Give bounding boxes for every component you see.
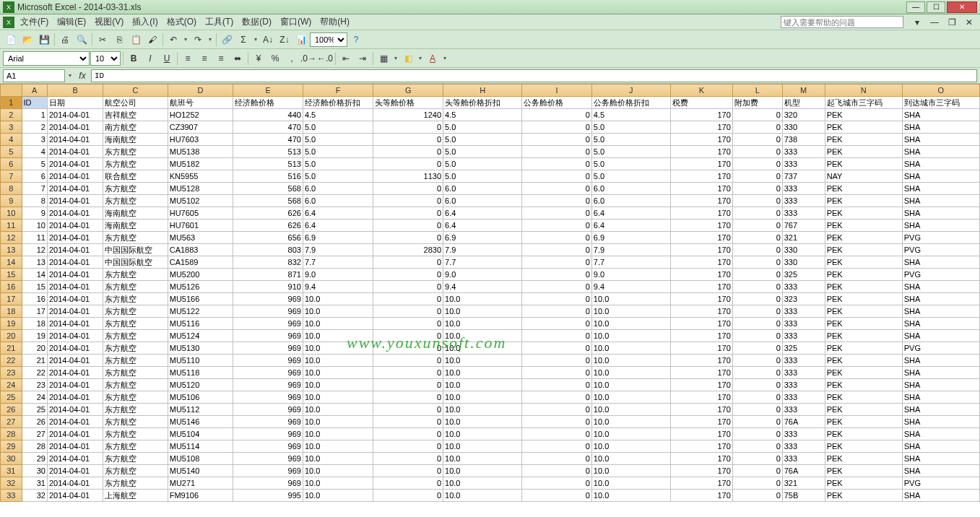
cell[interactable]: 海南航空 xyxy=(103,207,168,220)
cell[interactable]: 0 xyxy=(522,367,592,379)
cell[interactable]: SHA xyxy=(902,490,979,502)
cell[interactable]: 9.0 xyxy=(591,269,670,281)
cell[interactable]: 10.0 xyxy=(591,465,670,477)
col-header-K[interactable]: K xyxy=(670,84,732,97)
cell[interactable]: 0 xyxy=(373,207,443,220)
cell[interactable]: SHA xyxy=(902,195,979,207)
cell[interactable]: 10.0 xyxy=(303,293,373,305)
cell[interactable]: 东方航空 xyxy=(103,440,168,453)
cell[interactable]: 2014-04-01 xyxy=(47,379,103,391)
cell[interactable]: MU5128 xyxy=(168,183,233,195)
currency-icon[interactable]: ¥ xyxy=(251,51,266,66)
cell[interactable]: 2014-04-01 xyxy=(47,109,103,121)
cell[interactable]: PEK xyxy=(825,355,902,367)
cell[interactable]: SHA xyxy=(902,220,979,232)
cell[interactable]: 2014-04-01 xyxy=(47,440,103,453)
zoom-select[interactable]: 100% xyxy=(310,32,347,47)
cell[interactable]: 10.0 xyxy=(303,428,373,440)
menu-3[interactable]: 插入(I) xyxy=(128,15,162,28)
cell[interactable]: 2 xyxy=(22,121,47,134)
menu-1[interactable]: 编辑(E) xyxy=(53,15,90,28)
cell[interactable]: CA1883 xyxy=(168,244,233,256)
cell[interactable]: 2014-04-01 xyxy=(47,269,103,281)
cell[interactable]: 10.0 xyxy=(303,379,373,391)
cell[interactable]: 2014-04-01 xyxy=(47,281,103,293)
cell[interactable]: 12 xyxy=(22,244,47,256)
cell[interactable]: 2014-04-01 xyxy=(47,330,103,342)
row-header-12[interactable]: 12 xyxy=(1,232,22,244)
cell[interactable]: 15 xyxy=(22,281,47,293)
cell[interactable]: 0 xyxy=(522,490,592,502)
cell[interactable]: PEK xyxy=(825,232,902,244)
cell[interactable]: 6.4 xyxy=(591,220,670,232)
cell[interactable]: 333 xyxy=(782,367,825,379)
cell[interactable]: 中国国际航空 xyxy=(103,244,168,256)
cell[interactable]: 170 xyxy=(670,367,732,379)
menu-5[interactable]: 工具(T) xyxy=(201,15,238,28)
cell[interactable]: MU5146 xyxy=(168,416,233,428)
cell[interactable]: 19 xyxy=(22,330,47,342)
cell[interactable]: 0 xyxy=(732,465,782,477)
cell[interactable]: 0 xyxy=(373,269,443,281)
borders-dropdown[interactable]: ▾ xyxy=(392,55,399,61)
header-cell[interactable]: 经济舱价格 xyxy=(233,97,303,109)
cell[interactable]: 5.0 xyxy=(303,158,373,170)
col-header-H[interactable]: H xyxy=(443,84,522,97)
cell[interactable]: 海南航空 xyxy=(103,134,168,146)
cell[interactable]: 10.0 xyxy=(303,330,373,342)
cell[interactable]: PEK xyxy=(825,490,902,502)
cell[interactable]: 10.0 xyxy=(591,379,670,391)
cell[interactable]: SHA xyxy=(902,404,979,416)
cell[interactable]: 10.0 xyxy=(303,416,373,428)
menu-8[interactable]: 帮助(H) xyxy=(316,15,354,28)
cell[interactable]: SHA xyxy=(902,330,979,342)
cell[interactable]: 2014-04-01 xyxy=(47,453,103,465)
cell[interactable]: HU7605 xyxy=(168,207,233,220)
cell[interactable]: 6.9 xyxy=(591,232,670,244)
cell[interactable]: 333 xyxy=(782,183,825,195)
cell[interactable]: 10 xyxy=(22,220,47,232)
cell[interactable]: 170 xyxy=(670,490,732,502)
cell[interactable]: SHA xyxy=(902,379,979,391)
cell[interactable]: 969 xyxy=(233,465,303,477)
cell[interactable]: 170 xyxy=(670,220,732,232)
cell[interactable]: 10.0 xyxy=(443,465,522,477)
cell[interactable]: PEK xyxy=(825,158,902,170)
menu-2[interactable]: 视图(V) xyxy=(90,15,128,28)
row-header-31[interactable]: 31 xyxy=(1,465,22,477)
cell[interactable]: PEK xyxy=(825,220,902,232)
cell[interactable]: MU5140 xyxy=(168,465,233,477)
row-header-15[interactable]: 15 xyxy=(1,269,22,281)
cell[interactable]: SHA xyxy=(902,355,979,367)
row-header-18[interactable]: 18 xyxy=(1,305,22,318)
cell[interactable]: MU5118 xyxy=(168,367,233,379)
cell[interactable]: 10.0 xyxy=(303,490,373,502)
cell[interactable]: 0 xyxy=(522,220,592,232)
row-header-3[interactable]: 3 xyxy=(1,121,22,134)
cell[interactable]: 0 xyxy=(732,416,782,428)
cell[interactable]: 333 xyxy=(782,158,825,170)
cell[interactable]: 7.7 xyxy=(443,256,522,269)
cell[interactable]: 10.0 xyxy=(443,355,522,367)
cell[interactable]: 995 xyxy=(233,490,303,502)
cell[interactable]: PEK xyxy=(825,269,902,281)
col-header-B[interactable]: B xyxy=(47,84,103,97)
cell[interactable]: 东方航空 xyxy=(103,318,168,330)
cell[interactable]: 22 xyxy=(22,367,47,379)
cell[interactable]: 0 xyxy=(732,477,782,490)
cut-icon[interactable]: ✂ xyxy=(95,32,110,48)
cell[interactable]: 5.0 xyxy=(443,146,522,158)
cell[interactable]: 0 xyxy=(522,146,592,158)
col-header-A[interactable]: A xyxy=(22,84,47,97)
cell[interactable]: 7.7 xyxy=(303,256,373,269)
redo-dropdown[interactable]: ▾ xyxy=(207,36,214,43)
cell[interactable]: 0 xyxy=(522,134,592,146)
cell[interactable]: 10.0 xyxy=(591,293,670,305)
doc-restore-button[interactable]: ❐ xyxy=(944,14,960,30)
cell[interactable]: 321 xyxy=(782,477,825,490)
cell[interactable]: 0 xyxy=(522,440,592,453)
cell[interactable]: 0 xyxy=(732,109,782,121)
row-header-13[interactable]: 13 xyxy=(1,244,22,256)
help-dropdown-icon[interactable]: ▾ xyxy=(909,14,925,30)
cell[interactable]: 10.0 xyxy=(303,440,373,453)
